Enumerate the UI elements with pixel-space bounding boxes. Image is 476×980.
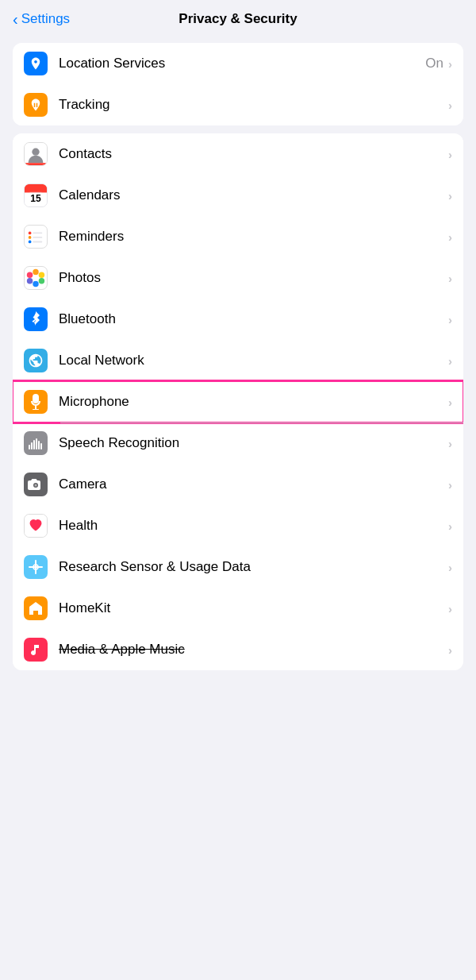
calendars-icon: 15 — [24, 183, 48, 207]
media-apple-music-icon — [24, 638, 48, 662]
row-tracking[interactable]: Tracking › — [13, 84, 463, 125]
svg-point-20 — [27, 278, 33, 284]
local-network-label: Local Network — [59, 353, 448, 368]
health-icon — [24, 514, 48, 538]
svg-text:15: 15 — [30, 193, 41, 204]
svg-point-18 — [39, 278, 44, 284]
calendars-label: Calendars — [59, 187, 448, 203]
homekit-icon — [24, 596, 48, 620]
row-media-apple-music[interactable]: Media & Apple Music › — [13, 629, 463, 670]
back-button[interactable]: ‹ Settings — [13, 11, 70, 27]
svg-rect-24 — [35, 406, 36, 409]
back-chevron-icon: ‹ — [13, 11, 18, 27]
media-apple-music-label: Media & Apple Music — [59, 642, 448, 658]
svg-rect-23 — [33, 394, 39, 403]
svg-rect-2 — [25, 163, 47, 165]
local-network-chevron: › — [448, 354, 452, 368]
row-research-sensor[interactable]: Research Sensor & Usage Data › — [13, 546, 463, 588]
bluetooth-icon — [24, 307, 48, 331]
row-location-services[interactable]: Location Services On › — [13, 43, 463, 84]
svg-rect-28 — [33, 440, 35, 449]
research-sensor-chevron: › — [448, 561, 452, 574]
svg-rect-14 — [33, 241, 42, 243]
svg-rect-6 — [25, 187, 47, 193]
row-speech-recognition[interactable]: Speech Recognition › — [13, 422, 463, 464]
svg-rect-12 — [33, 237, 42, 238]
location-services-label: Location Services — [59, 56, 425, 71]
speech-recognition-chevron: › — [448, 437, 452, 450]
photos-chevron: › — [448, 272, 452, 285]
tracking-chevron: › — [448, 98, 452, 112]
nav-header: ‹ Settings Privacy & Security — [0, 0, 476, 35]
reminders-icon — [24, 225, 48, 249]
tracking-icon — [24, 93, 48, 117]
health-chevron: › — [448, 519, 452, 533]
microphone-icon — [24, 390, 48, 414]
svg-point-9 — [29, 232, 32, 235]
row-camera[interactable]: Camera › — [13, 464, 463, 505]
svg-rect-27 — [31, 442, 33, 449]
svg-rect-29 — [36, 438, 37, 449]
local-network-icon — [24, 349, 48, 372]
svg-rect-26 — [29, 445, 30, 449]
section-location-tracking: Location Services On › Tracking › — [13, 43, 463, 125]
camera-icon — [24, 473, 48, 496]
row-bluetooth[interactable]: Bluetooth › — [13, 299, 463, 340]
health-label: Health — [59, 518, 448, 534]
row-contacts[interactable]: Contacts › — [13, 133, 463, 175]
speech-recognition-icon — [24, 431, 48, 455]
speech-recognition-label: Speech Recognition — [59, 435, 448, 451]
svg-point-19 — [33, 281, 38, 287]
bluetooth-chevron: › — [448, 313, 452, 326]
row-local-network[interactable]: Local Network › — [13, 340, 463, 381]
svg-point-11 — [29, 236, 32, 239]
media-apple-music-chevron: › — [448, 643, 452, 657]
svg-rect-10 — [33, 232, 42, 233]
svg-point-16 — [33, 269, 38, 275]
contacts-label: Contacts — [59, 146, 448, 162]
row-health[interactable]: Health › — [13, 505, 463, 546]
photos-icon — [24, 266, 48, 290]
svg-point-22 — [33, 275, 38, 280]
contacts-chevron: › — [448, 148, 452, 161]
microphone-label: Microphone — [59, 394, 448, 410]
reminders-label: Reminders — [59, 229, 448, 245]
bluetooth-label: Bluetooth — [59, 311, 448, 327]
svg-rect-25 — [33, 409, 39, 410]
svg-rect-31 — [40, 443, 42, 449]
tracking-label: Tracking — [59, 97, 448, 113]
research-sensor-label: Research Sensor & Usage Data — [59, 559, 448, 575]
microphone-chevron: › — [448, 395, 452, 409]
reminders-chevron: › — [448, 230, 452, 244]
svg-rect-30 — [38, 441, 40, 449]
section-permissions: Contacts › 15 Calendars › — [13, 133, 463, 670]
svg-point-17 — [39, 272, 44, 278]
svg-point-21 — [27, 272, 33, 278]
row-microphone[interactable]: Microphone › — [13, 381, 463, 422]
photos-label: Photos — [59, 270, 448, 286]
homekit-chevron: › — [448, 602, 452, 615]
page-title: Privacy & Security — [178, 11, 297, 27]
location-services-icon — [24, 52, 48, 75]
research-sensor-icon — [24, 555, 48, 579]
row-reminders[interactable]: Reminders › — [13, 216, 463, 257]
back-label: Settings — [21, 11, 70, 27]
svg-point-1 — [32, 149, 39, 156]
svg-rect-36 — [35, 560, 36, 574]
camera-label: Camera — [59, 476, 448, 492]
svg-point-13 — [29, 241, 32, 244]
calendars-chevron: › — [448, 189, 452, 203]
homekit-label: HomeKit — [59, 600, 448, 616]
row-homekit[interactable]: HomeKit › — [13, 588, 463, 629]
row-calendars[interactable]: 15 Calendars › — [13, 175, 463, 216]
location-services-value: On — [425, 56, 443, 71]
contacts-icon — [24, 142, 48, 166]
camera-chevron: › — [448, 478, 452, 492]
location-services-chevron: › — [448, 57, 452, 71]
row-photos[interactable]: Photos › — [13, 257, 463, 299]
svg-point-33 — [35, 484, 37, 487]
